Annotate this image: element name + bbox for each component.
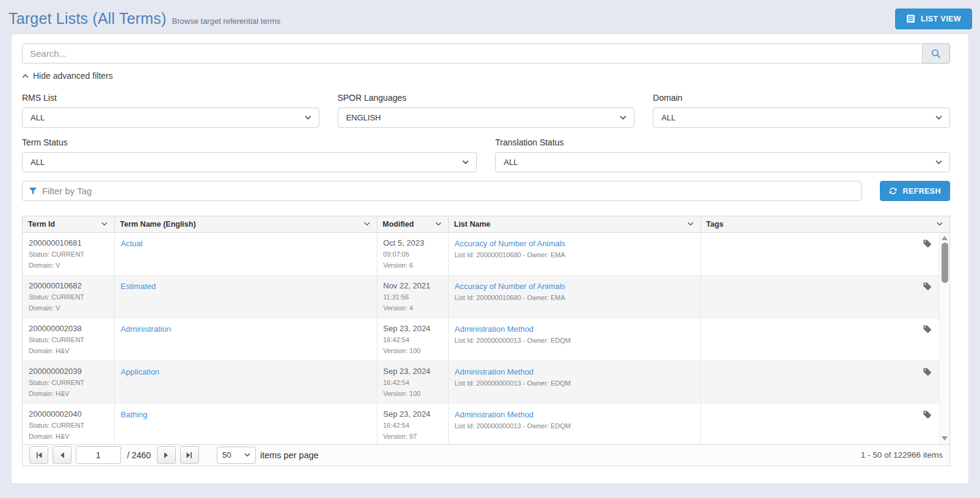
list-name-link[interactable]: Administration Method (455, 367, 534, 377)
filters-row-1: RMS List ALL SPOR Languages ENGLISH Doma… (22, 93, 950, 128)
tags-cell (700, 318, 939, 361)
column-menu-icon[interactable] (100, 222, 109, 226)
term-status-text: Status: CURRENT (29, 293, 108, 302)
spor-languages-select[interactable]: ENGLISH (338, 108, 635, 128)
tags-cell (700, 361, 939, 403)
list-view-icon (906, 14, 915, 23)
tag-icon[interactable] (923, 367, 932, 379)
tag-filter-input[interactable] (42, 186, 855, 196)
term-id-value: 200000002040 (29, 409, 108, 419)
refresh-label: REFRESH (902, 187, 941, 196)
modified-time: 11:31:56 (383, 293, 442, 302)
search-input[interactable] (22, 43, 923, 64)
list-view-button[interactable]: LIST VIEW (895, 9, 972, 29)
term-name-link[interactable]: Administration (121, 324, 171, 334)
main-panel: Hide advanced filters RMS List ALL SPOR … (11, 34, 969, 484)
list-name-link[interactable]: Accuracy of Number of Animals (455, 238, 565, 249)
first-page-button[interactable] (29, 446, 48, 464)
chevron-down-icon (935, 115, 942, 120)
spor-languages-label: SPOR Languages (338, 93, 635, 103)
term-name-link[interactable]: Application (121, 367, 160, 377)
column-menu-icon[interactable] (686, 222, 695, 226)
chevron-down-icon (935, 160, 942, 164)
tag-icon[interactable] (923, 324, 932, 336)
scroll-down-icon[interactable] (940, 434, 949, 443)
column-header-term-id[interactable]: Term Id (23, 216, 114, 232)
column-menu-icon[interactable] (434, 222, 443, 226)
list-meta-text: List Id: 200000010680 - Owner: EMA (455, 251, 694, 260)
list-name-link[interactable]: Administration Method (455, 324, 534, 334)
tag-icon[interactable] (923, 239, 932, 251)
total-pages-label: / 2460 (127, 450, 151, 460)
term-status-value: ALL (31, 158, 45, 167)
chevron-up-icon (22, 74, 29, 78)
items-per-page-label: items per page (260, 450, 319, 460)
list-name-cell: Accuracy of Number of Animals List Id: 2… (448, 275, 700, 318)
term-id-value: 200000002038 (29, 323, 108, 334)
page-size-value: 50 (222, 450, 231, 460)
list-name-link[interactable]: Administration Method (455, 409, 534, 420)
term-domain-text: Domain: H&V (29, 432, 108, 441)
hide-advanced-filters-toggle[interactable]: Hide advanced filters (22, 71, 113, 81)
rms-list-select[interactable]: ALL (22, 108, 319, 128)
filter-funnel-icon (29, 187, 37, 196)
table-row: 200000002038 Status: CURRENT Domain: H&V… (23, 318, 939, 361)
domain-label: Domain (653, 93, 950, 103)
translation-status-select[interactable]: ALL (495, 152, 950, 172)
modified-cell: Sep 23, 2024 16:42:54 Version: 97 (377, 403, 448, 444)
modified-version: Version: 97 (383, 432, 442, 441)
filter-domain: Domain ALL (653, 93, 950, 128)
term-name-link[interactable]: Bathing (121, 409, 148, 420)
chevron-down-icon (244, 453, 250, 457)
column-menu-icon[interactable] (363, 222, 371, 226)
term-status-text: Status: CURRENT (29, 335, 108, 345)
table-row: 200000002039 Status: CURRENT Domain: H&V… (23, 361, 939, 403)
list-view-label: LIST VIEW (921, 15, 961, 23)
pager: / 2460 50 items per page 1 - 50 of 12296… (23, 444, 949, 466)
refresh-button[interactable]: REFRESH (880, 181, 950, 201)
title-group: Target Lists (All Terms) Browse target r… (9, 10, 280, 27)
tag-icon[interactable] (923, 282, 932, 293)
next-page-button[interactable] (157, 446, 176, 464)
term-id-cell: 200000010681 Status: CURRENT Domain: V (23, 233, 114, 276)
filter-translation-status: Translation Status ALL (495, 137, 950, 172)
column-menu-icon[interactable] (935, 222, 944, 226)
list-name-link[interactable]: Accuracy of Number of Animals (455, 281, 565, 291)
column-header-tags[interactable]: Tags (700, 216, 949, 232)
modified-version: Version: 100 (383, 389, 442, 398)
tags-cell (700, 233, 939, 276)
term-status-select[interactable]: ALL (22, 152, 477, 172)
header-bar: Target Lists (All Terms) Browse target r… (0, 0, 980, 34)
filter-spor-languages: SPOR Languages ENGLISH (338, 93, 635, 128)
page-size-select[interactable]: 50 (217, 447, 256, 464)
refresh-icon (889, 187, 897, 195)
term-name-cell: Actual (114, 233, 377, 276)
vertical-scrollbar[interactable] (939, 233, 949, 444)
tag-icon[interactable] (923, 410, 932, 422)
table-row: 200000010682 Status: CURRENT Domain: V E… (23, 275, 939, 318)
scroll-up-icon[interactable] (940, 234, 949, 243)
last-page-button[interactable] (180, 446, 199, 464)
domain-select[interactable]: ALL (653, 108, 950, 128)
term-name-link[interactable]: Actual (121, 238, 143, 249)
modified-cell: Sep 23, 2024 16:42:54 Version: 100 (377, 361, 448, 403)
search-button[interactable] (923, 43, 950, 64)
page-number-input[interactable] (76, 446, 121, 464)
previous-page-button[interactable] (53, 446, 71, 464)
term-name-link[interactable]: Estimated (121, 281, 156, 291)
page-title: Target Lists (All Terms) (9, 10, 167, 27)
term-id-cell: 200000010682 Status: CURRENT Domain: V (23, 275, 114, 318)
translation-status-value: ALL (504, 158, 518, 167)
column-header-modified[interactable]: Modified (377, 216, 448, 232)
scrollbar-thumb[interactable] (942, 243, 948, 283)
rms-list-label: RMS List (22, 93, 319, 103)
items-range-summary: 1 - 50 of 122966 items (861, 450, 943, 460)
tags-cell (700, 403, 939, 444)
domain-value: ALL (661, 113, 675, 122)
term-id-value: 200000010681 (29, 238, 108, 248)
list-name-cell: Administration Method List Id: 200000000… (448, 361, 700, 403)
modified-date: Sep 23, 2024 (383, 366, 442, 376)
column-header-list-name[interactable]: List Name (448, 216, 700, 232)
column-header-term-name[interactable]: Term Name (English) (114, 216, 377, 232)
table-body: 200000010681 Status: CURRENT Domain: V A… (23, 233, 939, 444)
